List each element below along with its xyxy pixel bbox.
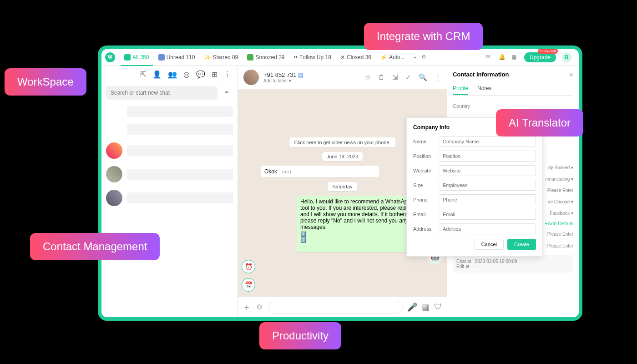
input-position[interactable] <box>439 151 536 162</box>
list-item[interactable] <box>101 139 238 162</box>
export-icon[interactable]: ⇲ <box>392 73 398 81</box>
app-window: W All 350 Unread 110 ✨Starred 89 Snoozed… <box>98 46 582 321</box>
top-tab-bar: W All 350 Unread 110 ✨Starred 89 Snoozed… <box>101 49 579 66</box>
message-input[interactable] <box>268 301 403 313</box>
tab-followup[interactable]: ••Follow Up 18 <box>290 52 335 62</box>
label-phone: Phone <box>413 197 439 202</box>
company-info-modal: Company Info Name Position Website Size … <box>406 117 543 257</box>
star-icon[interactable]: ☆ <box>365 73 371 81</box>
shield-icon[interactable]: 🛡 <box>434 302 442 312</box>
filter-icon[interactable]: ≡ <box>220 86 233 100</box>
label-name: Name <box>413 139 439 144</box>
label-size: Size <box>413 182 439 188</box>
settings-icon[interactable]: ⚙ <box>421 54 429 61</box>
list-item[interactable] <box>101 162 238 186</box>
tag-contact-management: Contact Management <box>30 233 160 260</box>
list-item[interactable] <box>101 102 238 121</box>
person-add-icon[interactable]: 👤 <box>152 70 162 79</box>
plus-icon[interactable]: ＋ <box>412 54 420 61</box>
tag-productivity: Productivity <box>259 322 341 349</box>
mic-icon[interactable]: 🎤 <box>407 302 417 312</box>
user-avatar[interactable]: B <box>561 52 571 62</box>
inbox-icon[interactable]: ✉ <box>486 54 493 61</box>
bolt-icon: ⚡ <box>380 54 387 61</box>
list-item[interactable] <box>101 186 238 210</box>
date-pill: Saturday <box>328 182 357 191</box>
tab-profile[interactable]: Profile <box>453 82 468 95</box>
chat-header: +91 852 731 ▤ Add to label ▾ ☆ 🗒 ⇲ ✓ 🔍 ⋮ <box>238 66 447 89</box>
tab-closed[interactable]: ✕Closed 36 <box>337 52 375 62</box>
plus-icon[interactable]: ＋ <box>243 302 251 313</box>
tab-all[interactable]: All 350 <box>121 52 153 66</box>
star-icon: ✨ <box>204 54 211 61</box>
upgrade-button[interactable]: Upgrade 5 days left <box>524 52 556 62</box>
chat-plus-icon[interactable]: 💬 <box>196 70 205 79</box>
contact-name: +91 852 731 ▤ <box>263 71 360 78</box>
input-phone[interactable] <box>439 194 536 205</box>
date-pill: June 19, 2023 <box>322 152 363 161</box>
list-item[interactable] <box>101 121 238 139</box>
label-address: Address <box>413 226 439 232</box>
note-icon[interactable]: 🗒 <box>378 73 385 81</box>
chat-list <box>101 102 238 317</box>
unread-icon <box>158 54 165 61</box>
add-label-link[interactable]: Add to label ▾ <box>263 78 360 83</box>
tab-unread[interactable]: Unread 110 <box>155 52 199 62</box>
more-icon[interactable]: ⋮ <box>435 73 441 81</box>
tab-starred[interactable]: ✨Starred 89 <box>200 52 242 62</box>
open-icon[interactable]: ⇱ <box>140 70 146 79</box>
sidebar: ⇱ 👤 👥 ◎ 💬 ⊞ ⋮ ≡ <box>101 66 238 317</box>
search-icon[interactable]: 🔍 <box>419 73 427 81</box>
message-in: Okok 19:11 <box>261 166 379 177</box>
older-news-pill[interactable]: Click here to get older news on your pho… <box>289 137 395 147</box>
close-icon[interactable]: × <box>569 71 573 79</box>
input-website[interactable] <box>439 165 536 176</box>
tag-integrate-crm: Integrate with CRM <box>364 23 483 50</box>
tab-notes[interactable]: Notes <box>477 82 491 95</box>
followup-icon: •• <box>294 54 298 61</box>
snooze-icon <box>247 54 253 61</box>
grid-icon[interactable]: ▦ <box>511 54 519 61</box>
label-position: Position <box>413 153 439 159</box>
composer: ＋ ☺ 🎤 ▦ 🛡 <box>238 296 447 317</box>
upgrade-badge: 5 days left <box>538 49 558 54</box>
check-icon[interactable]: ✓ <box>405 73 411 81</box>
alarm-button[interactable]: ⏰ <box>242 260 255 273</box>
tab-auto[interactable]: ⚡Auto... <box>377 52 409 62</box>
app-logo: W <box>105 52 115 62</box>
target-icon[interactable]: ◎ <box>183 70 190 79</box>
emoji-icon[interactable]: ☺ <box>255 302 263 312</box>
label-website: Website <box>413 168 439 173</box>
tab-snoozed[interactable]: Snoozed 29 <box>243 52 288 62</box>
panel-title: Contact Information <box>453 71 573 78</box>
add-icon[interactable]: ⊞ <box>212 70 217 79</box>
bars-icon <box>124 54 131 61</box>
template-icon[interactable]: ▦ <box>422 302 430 312</box>
label-email: Email <box>413 212 439 217</box>
tag-workspace: WorkSpace <box>5 68 86 96</box>
input-address[interactable] <box>439 223 536 234</box>
sidebar-toolbar: ⇱ 👤 👥 ◎ 💬 ⊞ ⋮ <box>101 66 238 83</box>
more-icon[interactable]: ⋮ <box>224 70 231 79</box>
input-size[interactable] <box>439 180 536 191</box>
contact-avatar[interactable] <box>243 70 259 85</box>
closed-icon: ✕ <box>340 54 345 61</box>
create-button[interactable]: Create <box>507 239 536 250</box>
calendar-button[interactable]: 📅 <box>242 278 255 292</box>
input-email[interactable] <box>439 209 536 220</box>
chat-log: Chat at 2023-03-05 19:00:09 Edit at - - <box>453 255 573 273</box>
tag-ai-translator: AI Translator <box>496 109 583 136</box>
input-company-name[interactable] <box>439 136 536 147</box>
bell-icon[interactable]: 🔔 <box>499 54 506 61</box>
group-icon[interactable]: 👥 <box>168 70 177 79</box>
cancel-button[interactable]: Cancel <box>475 239 504 250</box>
search-input[interactable] <box>106 86 217 100</box>
